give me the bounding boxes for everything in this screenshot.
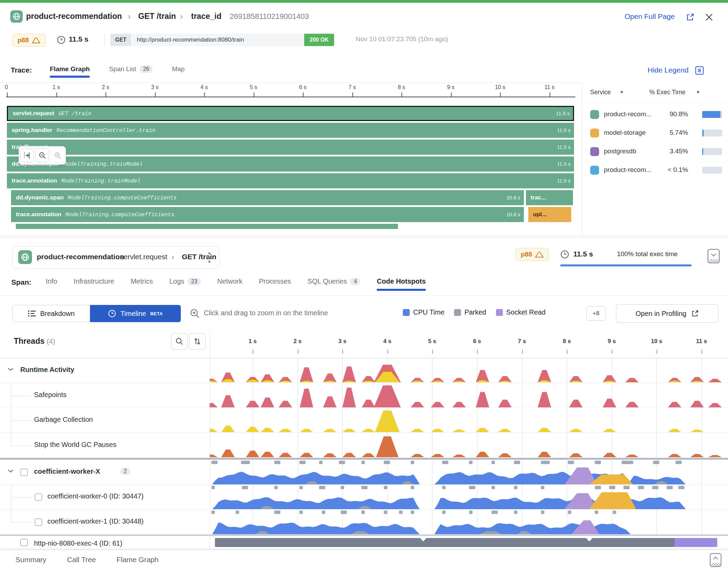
span-tab-code-hotspots[interactable]: Code Hotspots [377, 277, 426, 291]
flame-span-dd.dynamic.span[interactable]: dd.dynamic.spanModelTraining.computeCoef… [11, 190, 524, 205]
span-service-globe-icon [18, 250, 32, 264]
trace-tab-flame-graph[interactable]: Flame Graph [50, 65, 90, 78]
breadcrumb-service[interactable]: product-recommendation [26, 12, 122, 21]
legend-row[interactable]: postgresdb3.45% [582, 146, 728, 160]
gridline [432, 358, 432, 536]
parked-area [479, 531, 502, 534]
flame-span[interactable] [16, 224, 398, 229]
flame-span-trac[interactable]: trac... [526, 190, 573, 205]
thread-checkbox[interactable] [35, 518, 42, 526]
thread-row-safepoints[interactable]: Safepoints [0, 383, 728, 408]
footer-tab-summary[interactable]: Summary [15, 556, 46, 564]
flame-axis-tick [7, 92, 8, 97]
flame-zoom-toolbar [19, 146, 66, 165]
span-tab-label: Logs [169, 277, 184, 285]
thread-row-http-nio-thread[interactable]: http-nio-8080-exec-4 (ID: 61) [0, 536, 728, 550]
thread-row-coefficient-worker-1[interactable]: coefficient-worker-1 (ID: 30448) [0, 509, 728, 535]
external-link-icon[interactable] [686, 13, 694, 21]
hide-legend-icon[interactable] [695, 66, 704, 75]
collapse-panel-icon[interactable] [707, 249, 720, 264]
garbage-collection-chart[interactable] [210, 408, 728, 433]
flame-span-servlet.request[interactable]: servlet.requestGET /train11.5 s [7, 106, 574, 121]
flame-span-dd.dynamic.span[interactable]: dd.dynamic.spanModelTraining.trainModel1… [7, 156, 574, 172]
flame-span-detail: ModelTraining.computeCoefficients [65, 212, 174, 218]
flame-span-trace.annotation[interactable]: trace.annotationModelTraining.trainModel… [7, 173, 574, 188]
open-in-profiling-button[interactable]: Open in Profiling [616, 304, 718, 323]
sample-marker [630, 461, 633, 464]
thread-row-coefficient-worker-x[interactable]: coefficient-worker-X2 [0, 460, 728, 485]
parked-area [607, 506, 621, 509]
threads-divider [210, 330, 210, 550]
trace-tab-map[interactable]: Map [172, 65, 185, 78]
percentile-badge[interactable]: p88 [12, 34, 46, 47]
expand-footer-icon[interactable] [709, 553, 722, 567]
thread-checkbox[interactable] [20, 539, 28, 546]
sample-marker [274, 511, 278, 514]
close-icon[interactable] [704, 12, 714, 22]
legend-swatch-label: Socket Read [506, 308, 546, 316]
sample-marker [568, 511, 571, 514]
more-legend-button[interactable]: +8 [586, 306, 606, 321]
trace-meta-row: p88 11.5 s GET http://product-recommenda… [0, 32, 728, 50]
timeline-toggle-button[interactable]: Timeline BETA [90, 305, 181, 322]
thread-row-coefficient-worker-0[interactable]: coefficient-worker-0 (ID: 30447) [0, 485, 728, 509]
kebab-menu-icon[interactable] [208, 251, 213, 266]
safepoints-chart[interactable] [210, 383, 728, 408]
service-sort-caret-icon[interactable]: ▼ [619, 89, 624, 95]
thread-checkbox[interactable] [35, 493, 42, 501]
http-nio-thread-chart[interactable] [210, 536, 728, 550]
legend-row[interactable]: product-recom...< 0.1% [582, 164, 728, 178]
thread-row-runtime-activity[interactable]: Runtime Activity [0, 358, 728, 383]
coefficient-worker-0-chart[interactable] [210, 485, 728, 509]
legend-row[interactable]: product-recom...90.8% [582, 109, 728, 122]
sample-marker [544, 461, 547, 464]
exec-sort-caret-icon[interactable]: ▼ [696, 89, 701, 95]
sample-marker [541, 461, 544, 464]
timeline-tick-mark [567, 350, 567, 354]
open-full-page-link[interactable]: Open Full Page [625, 12, 675, 21]
span-tab-processes[interactable]: Processes [259, 277, 291, 291]
span-tab-network[interactable]: Network [217, 277, 242, 291]
legend-exec-column[interactable]: % Exec Time [649, 89, 685, 96]
flame-span-trainRequest[interactable]: trainRequest11.5 s [7, 140, 574, 155]
span-service-name[interactable]: product-recommendation [37, 253, 124, 261]
footer-tab-call-tree[interactable]: Call Tree [67, 556, 96, 564]
span-tab-metrics[interactable]: Metrics [131, 277, 153, 291]
coefficient-worker-1-chart[interactable] [210, 509, 728, 535]
flame-span-trace.annotation[interactable]: trace.annotationModelTraining.computeCoe… [11, 207, 524, 222]
thread-row-stop-the-world-gc-pauses[interactable]: Stop the World GC Pauses [0, 433, 728, 458]
footer-tab-flame-graph[interactable]: Flame Graph [117, 556, 159, 564]
thread-row-garbage-collection[interactable]: Garbage Collection [0, 408, 728, 433]
hotspot-overlay-area [571, 520, 599, 534]
flame-span-spring.handler[interactable]: spring.handlerRecommendationController.t… [7, 123, 574, 138]
chevron-down-icon[interactable] [8, 469, 14, 473]
exec-pct-bar [702, 111, 722, 118]
zoom-in-button[interactable] [51, 149, 65, 162]
flame-span-upl[interactable]: upl... [528, 207, 571, 222]
legend-row[interactable]: model-storage5.74% [582, 127, 728, 141]
coefficient-worker-x-chart[interactable] [210, 460, 728, 485]
hide-legend-link[interactable]: Hide Legend [648, 66, 688, 74]
garbage_collection-series [210, 410, 704, 432]
span-tab-infrastructure[interactable]: Infrastructure [74, 277, 114, 291]
chevron-down-icon[interactable] [8, 367, 14, 371]
stop-the-world-gc-pauses-chart[interactable] [210, 433, 728, 458]
timeline-tick-mark [702, 350, 702, 354]
breadcr-separator: › [180, 12, 183, 21]
runtime-activity-chart[interactable] [210, 358, 728, 383]
hotspot-overlay-area [565, 493, 597, 509]
span-tab-sql-queries[interactable]: SQL Queries4 [308, 277, 361, 291]
sample-marker [472, 486, 475, 489]
breadcrumb-resource[interactable]: GET /train [138, 12, 176, 21]
zoom-out-button[interactable] [35, 149, 49, 162]
trace-tab-span-list[interactable]: Span List26 [109, 65, 153, 78]
breakdown-toggle-button[interactable]: Breakdown [12, 305, 90, 322]
legend-service-column[interactable]: Service [590, 89, 611, 96]
thread-checkbox[interactable] [20, 469, 28, 476]
reset-zoom-button[interactable] [20, 149, 34, 162]
span-tab-info[interactable]: Info [46, 277, 57, 291]
span-tab-logs[interactable]: Logs23 [169, 277, 201, 291]
span-percentile-badge[interactable]: p88 [516, 248, 549, 261]
sample-marker [339, 461, 342, 464]
request-url[interactable]: http://product-recommendation:8080/train [132, 34, 304, 46]
